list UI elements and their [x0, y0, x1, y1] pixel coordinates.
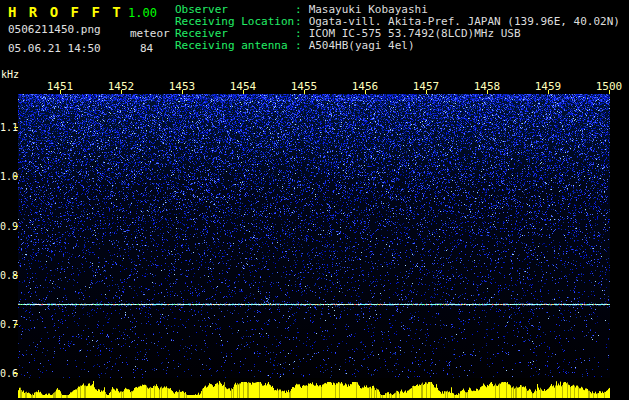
- observation-info: Observer : Masayuki Kobayashi Receiving …: [175, 4, 620, 52]
- x-tick-mark: [182, 90, 183, 94]
- info-separator: :: [295, 40, 302, 52]
- signal-level-strip-canvas: [18, 380, 610, 398]
- mode-label: meteor: [130, 27, 170, 40]
- echo-count: 84: [140, 42, 153, 55]
- spectrogram-canvas: [18, 94, 610, 378]
- x-tick-mark: [548, 90, 549, 94]
- y-tick-mark: [14, 373, 18, 374]
- x-tick-mark: [365, 90, 366, 94]
- x-tick-mark: [487, 90, 488, 94]
- app-title: H R O F F T: [8, 4, 123, 20]
- y-axis-unit-label: kHz: [1, 69, 19, 80]
- y-tick-mark: [14, 176, 18, 177]
- y-tick-mark: [14, 226, 18, 227]
- output-filename: 0506211450.png: [8, 23, 101, 36]
- info-label: Receiving antenna: [175, 40, 295, 52]
- x-tick-mark: [243, 90, 244, 94]
- x-tick-mark: [609, 90, 610, 94]
- x-tick-mark: [60, 90, 61, 94]
- hrofft-output-image: H R O F F T 1.00 0506211450.png meteor 0…: [0, 0, 629, 400]
- y-tick-mark: [14, 324, 18, 325]
- x-tick-mark: [426, 90, 427, 94]
- x-tick-mark: [304, 90, 305, 94]
- antenna-value: A504HB(yagi 4el): [309, 40, 415, 52]
- x-tick-mark: [121, 90, 122, 94]
- info-row-antenna: Receiving antenna : A504HB(yagi 4el): [175, 40, 620, 52]
- app-version: 1.00: [128, 6, 157, 20]
- observation-datetime: 05.06.21 14:50: [8, 42, 101, 55]
- y-tick-mark: [14, 127, 18, 128]
- y-tick-mark: [14, 275, 18, 276]
